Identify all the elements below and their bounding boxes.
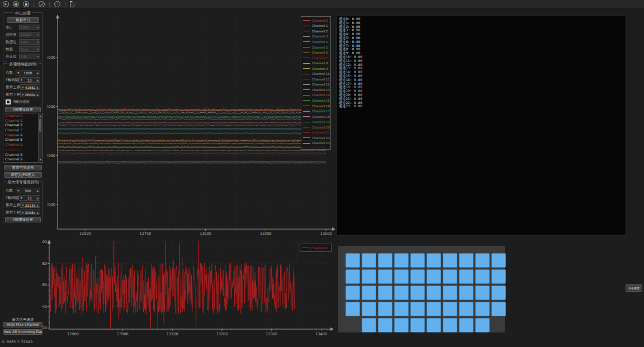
legend-label: Channel 1 <box>312 24 328 27</box>
spinner-input[interactable]: ▼500▲ <box>16 188 40 193</box>
spinner-down-icon[interactable]: ▼ <box>20 197 22 199</box>
svg-text:12900: 12900 <box>67 332 79 336</box>
channel-list-scrollbar[interactable]: ▲ ▼ <box>38 114 42 161</box>
file-icon[interactable] <box>70 1 74 7</box>
svg-text:13000: 13000 <box>117 332 129 336</box>
spinner-down-icon[interactable]: ▼ <box>22 93 23 96</box>
channel-list-item[interactable]: Channel 0 <box>3 113 42 118</box>
svg-text:13500: 13500 <box>320 231 332 236</box>
reset-visible-waveforms-button[interactable]: 重置可见波形 <box>4 165 42 170</box>
spinner-down-icon[interactable]: ▼ <box>17 72 19 74</box>
svg-text:33080: 33080 <box>42 262 47 266</box>
spinner-down-icon[interactable]: ▼ <box>17 189 19 192</box>
sensor-cell <box>443 269 457 284</box>
scrollbar-thumb[interactable] <box>39 118 41 132</box>
legend-label: Channel 13 <box>312 88 330 92</box>
sensor-cell <box>410 318 425 332</box>
field-dropdown[interactable]: 1 Bit▾ <box>19 54 40 59</box>
svg-text:33040: 33040 <box>42 305 47 309</box>
legend-label: Channel 5 <box>312 46 328 49</box>
scroll-up-icon[interactable]: ▲ <box>39 114 42 118</box>
legend-label: Channel 21 <box>311 246 329 250</box>
spinner-up-icon[interactable]: ▲ <box>37 79 39 82</box>
spinner-input[interactable]: ▼10▲ <box>18 77 40 83</box>
channel-list-item[interactable]: Channel 8 <box>3 153 42 158</box>
pause-icon[interactable] <box>13 1 19 7</box>
serial-field-row: 数据位8 Bits▾ <box>6 39 40 45</box>
refresh-serial-button[interactable]: 刷新串口 <box>7 17 39 23</box>
spinner-up-icon[interactable]: ▲ <box>37 93 39 96</box>
spinner-up-icon[interactable]: ▲ <box>37 211 39 214</box>
legend-line-swatch <box>303 47 310 47</box>
spinner-down-icon[interactable]: ▼ <box>20 79 22 82</box>
play-icon[interactable]: ▶ <box>3 1 9 7</box>
sensor-grid-row <box>345 302 425 316</box>
spinner-input[interactable]: ▼41552▲ <box>20 84 40 90</box>
toolbar-separator: | <box>33 0 35 9</box>
channel-list-item[interactable]: Channel 2 <box>3 123 42 128</box>
legend-label: Channel 2 <box>312 30 328 33</box>
sensor-cell <box>443 302 457 316</box>
toolbar-separator: | <box>64 0 66 9</box>
field-dropdown[interactable]: COM1▾ <box>19 25 40 30</box>
y-autoscale-checkbox[interactable] <box>6 99 11 104</box>
field-dropdown[interactable]: 115200▾ <box>19 32 40 37</box>
spinner-down-icon[interactable]: ▼ <box>22 204 23 207</box>
channel-list-item[interactable]: Channel 7 <box>3 148 42 153</box>
legend-label: Channel 6 <box>312 51 328 54</box>
spinner-input[interactable]: ▼26004▲ <box>20 92 40 97</box>
sensor-grid-row <box>345 269 425 284</box>
channel-value-line: 通道22: 0.00 <box>339 101 624 105</box>
channel-list-item[interactable]: Channel 3 <box>3 128 42 133</box>
legend-line-swatch <box>303 63 310 64</box>
sensor-cell <box>362 286 376 300</box>
block-icon[interactable] <box>39 1 45 7</box>
spinner-up-icon[interactable]: ▲ <box>37 204 39 207</box>
max-y-reset-bounds-button[interactable]: Y轴重设边界 <box>5 217 41 222</box>
spinner-up-icon[interactable]: ▲ <box>37 72 39 74</box>
channel-value-line: 通道15: 0.00 <box>339 74 624 78</box>
spinner-value: 500 <box>25 189 31 193</box>
device-reset-button[interactable]: 设备重置 <box>626 284 642 292</box>
channel-list-item[interactable]: Channel 6 <box>3 142 42 148</box>
channel-value-line: 通道3: 0.00 <box>339 28 624 32</box>
scroll-down-icon[interactable]: ▼ <box>39 158 42 161</box>
sensor-cell <box>443 318 457 332</box>
spinner-row: 显示上界▼33133▲ <box>6 202 40 208</box>
spinner-input[interactable]: ▼33133▲ <box>20 202 40 208</box>
channel-list-item[interactable]: Channel 5 <box>3 137 42 142</box>
legend-label: Channel 10 <box>312 72 330 75</box>
legend-line-swatch <box>303 127 310 127</box>
spinner-up-icon[interactable]: ▲ <box>37 189 39 192</box>
stop-icon[interactable] <box>23 1 29 7</box>
spinner-label: Y轴间隔 <box>6 78 18 83</box>
legend-line-swatch <box>303 132 310 133</box>
spinner-input[interactable]: ▼32984▲ <box>20 210 40 215</box>
dropdown-value: 115200 <box>21 33 31 36</box>
channel-list-item[interactable]: Channel 4 <box>3 133 42 138</box>
channel-list-item[interactable]: Channel 9 <box>3 157 42 162</box>
svg-text:34000: 34000 <box>48 104 55 109</box>
sensor-cell <box>443 286 457 300</box>
spinner-up-icon[interactable]: ▲ <box>37 197 39 199</box>
channel-list-item[interactable]: Channel 1 <box>3 118 42 123</box>
field-dropdown[interactable]: 8 Bits▾ <box>19 39 40 45</box>
dropdown-value: 1 Bit <box>21 55 27 58</box>
help-icon[interactable]: ? <box>54 1 60 7</box>
legend-line-swatch <box>303 106 310 106</box>
spinner-input[interactable]: ▼10▲ <box>18 195 40 201</box>
spinner-up-icon[interactable]: ▲ <box>37 86 39 89</box>
svg-text:12750: 12750 <box>140 231 151 236</box>
spinner-down-icon[interactable]: ▼ <box>22 211 23 214</box>
y-reset-bounds-button[interactable]: Y轴重设边界 <box>5 107 41 112</box>
sensor-cell <box>459 302 473 316</box>
spinner-down-icon[interactable]: ▼ <box>22 86 23 89</box>
legend-label: Channel 18 <box>312 115 330 118</box>
spinner-label: Y轴间隔 <box>6 196 18 201</box>
hide-max-channel-button[interactable]: Hide Max channel <box>3 322 42 327</box>
show-all-incoming-button[interactable]: Show All Incoming Data <box>3 329 42 335</box>
spinner-input[interactable]: ▼1000▲ <box>16 70 40 75</box>
field-dropdown[interactable]: None▾ <box>19 46 40 52</box>
max-signal-control-group: 最大信号通道控制 点数▼500▲Y轴间隔▼10▲显示上界▼33133▲显示下界▼… <box>3 181 43 222</box>
save-jpg-button[interactable]: 保存为JPG图片 <box>4 172 42 178</box>
